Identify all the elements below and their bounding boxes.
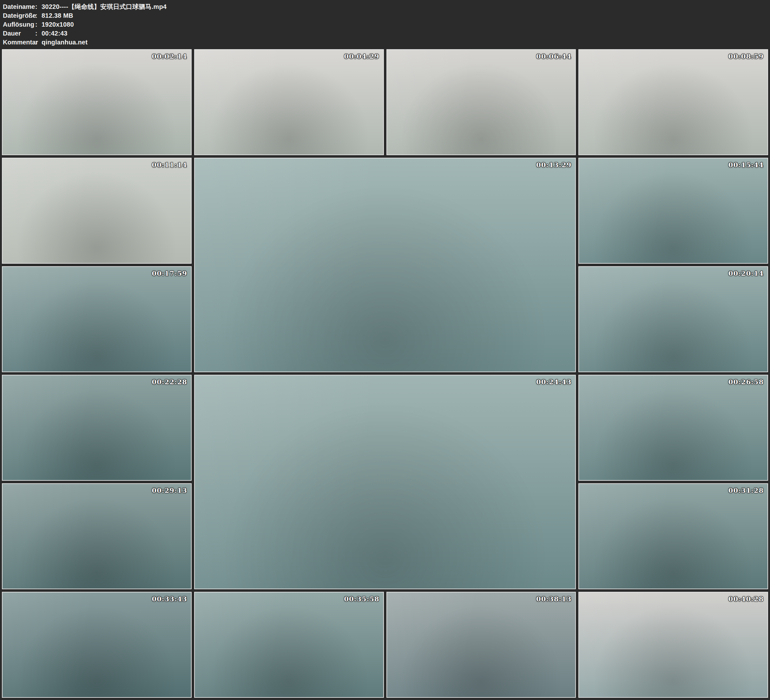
video-thumbnail[interactable]: 00:04:29: [194, 49, 384, 155]
thumbnail-placeholder: [3, 158, 191, 263]
thumbnail-placeholder: [3, 484, 191, 589]
metadata-label: Dateiname: [3, 2, 35, 11]
thumbnail-placeholder: [579, 267, 767, 371]
timestamp-overlay: 00:22:28: [152, 378, 187, 386]
metadata-row-duration: Dauer:00:42:43: [3, 29, 767, 38]
timestamp-overlay: 00:17:59: [152, 269, 187, 277]
timestamp-overlay: 00:40:28: [728, 595, 764, 603]
thumbnail-placeholder: [3, 50, 191, 154]
metadata-label: Auflösung: [3, 20, 35, 29]
video-thumbnail[interactable]: 00:35:58: [194, 592, 384, 698]
metadata-separator: :: [35, 20, 42, 29]
thumbnail-placeholder: [387, 50, 576, 154]
video-thumbnail[interactable]: 00:29:13: [2, 483, 192, 589]
video-thumbnail[interactable]: 00:17:59: [2, 266, 192, 372]
timestamp-overlay: 00:31:28: [728, 486, 764, 494]
thumbnail-placeholder: [195, 375, 576, 589]
thumbnail-placeholder: [195, 50, 383, 154]
thumbnail-grid: 00:02:14 00:04:29 00:06:44 00:08:59 00:1…: [2, 49, 768, 698]
timestamp-overlay: 00:24:43: [536, 378, 571, 386]
metadata-label: Dateigröße: [3, 11, 35, 20]
metadata-separator: :: [35, 38, 42, 47]
video-thumbnail[interactable]: 00:24:43: [194, 375, 576, 589]
video-thumbnail[interactable]: 00:08:59: [578, 49, 768, 155]
video-thumbnail[interactable]: 00:20:14: [578, 266, 768, 372]
video-contact-sheet: Dateiname:30220----【绳命线】安琪日式口球驷马.mp4 Dat…: [0, 0, 770, 698]
video-thumbnail[interactable]: 00:31:28: [578, 483, 768, 589]
filesize-value: 812.38 MB: [42, 12, 73, 19]
timestamp-overlay: 00:15:44: [728, 161, 764, 169]
thumbnail-placeholder: [3, 375, 191, 480]
resolution-value: 1920x1080: [42, 21, 74, 28]
video-thumbnail[interactable]: 00:33:43: [2, 592, 192, 698]
timestamp-overlay: 00:33:43: [152, 595, 187, 603]
video-thumbnail[interactable]: 00:22:28: [2, 375, 192, 481]
metadata-row-filesize: Dateigröße:812.38 MB: [3, 11, 767, 20]
filename-value: 30220----【绳命线】安琪日式口球驷马.mp4: [42, 3, 167, 10]
timestamp-overlay: 00:04:29: [344, 52, 379, 60]
thumbnail-placeholder: [3, 592, 191, 697]
video-thumbnail[interactable]: 00:15:44: [578, 158, 768, 264]
video-thumbnail[interactable]: 00:13:29: [194, 158, 576, 372]
timestamp-overlay: 00:38:13: [536, 595, 571, 603]
timestamp-overlay: 00:06:44: [536, 52, 571, 60]
thumbnail-placeholder: [579, 592, 767, 697]
metadata-label: Dauer: [3, 29, 35, 38]
thumbnail-placeholder: [579, 375, 767, 480]
metadata-separator: :: [35, 29, 42, 38]
timestamp-overlay: 00:02:14: [152, 52, 187, 60]
metadata-separator: :: [35, 2, 42, 11]
thumbnail-placeholder: [579, 50, 767, 154]
timestamp-overlay: 00:35:58: [344, 595, 379, 603]
thumbnail-placeholder: [195, 592, 383, 697]
metadata-header: Dateiname:30220----【绳命线】安琪日式口球驷马.mp4 Dat…: [0, 0, 770, 48]
metadata-row-filename: Dateiname:30220----【绳命线】安琪日式口球驷马.mp4: [3, 2, 767, 11]
timestamp-overlay: 00:26:58: [728, 378, 764, 386]
video-thumbnail[interactable]: 00:11:14: [2, 158, 192, 264]
timestamp-overlay: 00:08:59: [728, 52, 764, 60]
timestamp-overlay: 00:11:14: [152, 161, 187, 169]
video-thumbnail[interactable]: 00:26:58: [578, 375, 768, 481]
metadata-row-resolution: Auflösung:1920x1080: [3, 20, 767, 29]
timestamp-overlay: 00:13:29: [536, 161, 571, 169]
thumbnail-placeholder: [579, 484, 767, 589]
thumbnail-placeholder: [3, 267, 191, 371]
video-thumbnail[interactable]: 00:38:13: [387, 592, 576, 698]
metadata-label: Kommentar: [3, 38, 35, 47]
duration-value: 00:42:43: [42, 30, 68, 37]
video-thumbnail[interactable]: 00:40:28: [578, 592, 768, 698]
video-thumbnail[interactable]: 00:06:44: [387, 49, 576, 155]
metadata-separator: :: [35, 11, 42, 20]
thumbnail-placeholder: [195, 158, 576, 371]
timestamp-overlay: 00:29:13: [152, 486, 187, 494]
metadata-row-comment: Kommentar:qinglanhua.net: [3, 38, 767, 47]
timestamp-overlay: 00:20:14: [728, 269, 764, 277]
thumbnail-placeholder: [387, 592, 576, 697]
video-thumbnail[interactable]: 00:02:14: [2, 49, 192, 155]
thumbnail-placeholder: [579, 158, 767, 263]
comment-value: qinglanhua.net: [42, 39, 87, 46]
